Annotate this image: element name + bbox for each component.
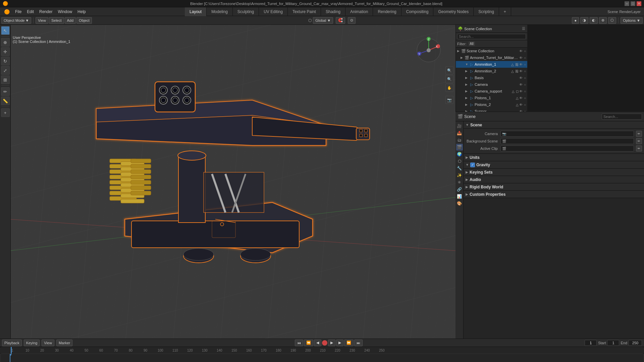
- section-header-keying-sets[interactable]: ▶ Keying Sets: [464, 169, 644, 176]
- tool-measure[interactable]: 📏: [1, 97, 10, 105]
- props-search-input[interactable]: [602, 114, 642, 120]
- view-btn[interactable]: View: [42, 340, 54, 346]
- menubar-blender[interactable]: 🟠: [1, 8, 12, 15]
- outliner-search-input[interactable]: [457, 34, 526, 39]
- next-keyframe-btn[interactable]: ⏩: [344, 340, 354, 346]
- restrict-suppor[interactable]: ○: [524, 110, 526, 112]
- prop-icon-constraints[interactable]: 🔗: [456, 186, 463, 193]
- outliner-row-camera[interactable]: ▶ ▷ Camera 👁 ○: [456, 81, 527, 88]
- scene-canvas[interactable]: [11, 25, 455, 339]
- keying-btn[interactable]: Keying: [24, 340, 40, 346]
- prop-icon-material[interactable]: 🎨: [456, 200, 463, 207]
- outliner-row-camera-support[interactable]: ▶ ▷ Camera_support △ ◻ 👁 ○: [456, 88, 527, 95]
- prop-icon-scene-render[interactable]: 🎥: [456, 123, 463, 129]
- eye-icon-pist2[interactable]: 👁: [519, 103, 523, 107]
- options-btn[interactable]: Options ▼: [621, 17, 643, 24]
- zoom-in-btn[interactable]: 🔍: [445, 66, 453, 74]
- shading-mat-btn[interactable]: ◑: [580, 17, 588, 24]
- filter-all[interactable]: All: [469, 42, 475, 46]
- select-menu[interactable]: Select: [49, 17, 64, 24]
- playback-btn[interactable]: Playback: [2, 340, 22, 346]
- prev-keyframe-btn[interactable]: ⏪: [304, 340, 313, 346]
- menubar-help[interactable]: Help: [75, 9, 89, 15]
- camera-edit-btn[interactable]: ✏: [636, 131, 642, 137]
- play-btn[interactable]: ▶: [328, 340, 335, 346]
- workspace-compositing[interactable]: Compositing: [401, 7, 434, 16]
- workspace-sculpting[interactable]: Sculpting: [233, 7, 259, 16]
- workspace-modeling[interactable]: Modeling: [207, 7, 233, 16]
- section-header-rigid-body[interactable]: ▶ Rigid Body World: [464, 183, 644, 191]
- bg-scene-value[interactable]: 🎬: [500, 138, 634, 144]
- add-menu[interactable]: Add: [65, 17, 76, 24]
- eye-icon-cam[interactable]: 👁: [519, 83, 523, 86]
- workspace-add[interactable]: +: [499, 7, 511, 16]
- prop-icon-modifier[interactable]: 🔧: [456, 165, 463, 172]
- active-clip-edit-btn[interactable]: ✏: [636, 145, 642, 152]
- restrict-icon[interactable]: ○: [524, 49, 526, 53]
- zoom-out-btn[interactable]: 🔍: [445, 75, 453, 83]
- xray-btn[interactable]: ⬡: [608, 17, 616, 24]
- bg-scene-edit-btn[interactable]: ✏: [636, 138, 642, 144]
- prop-icon-particles[interactable]: ✨: [456, 172, 463, 179]
- eye-icon-amm2[interactable]: 👁: [519, 69, 523, 73]
- eye-icon-camsup[interactable]: 👁: [519, 89, 523, 93]
- camera-value[interactable]: 📷: [500, 131, 634, 137]
- restrict-amm1[interactable]: ○: [524, 63, 526, 66]
- workspace-geometry-nodes[interactable]: Geometry Nodes: [433, 7, 474, 16]
- prop-icon-scene[interactable]: 🎬: [456, 144, 463, 150]
- workspace-shading[interactable]: Shading: [321, 7, 345, 16]
- menubar-window[interactable]: Window: [55, 9, 75, 15]
- workspace-rendering[interactable]: Rendering: [373, 7, 401, 16]
- tool-annotate[interactable]: ✏: [1, 87, 10, 96]
- overlay-btn[interactable]: ⊛: [599, 17, 607, 24]
- outliner-row-scene-collection[interactable]: ▶ 🎬 Scene Collection 👁 ○: [456, 48, 527, 54]
- eye-icon-amm1[interactable]: 👁: [519, 63, 523, 66]
- minimize-button[interactable]: –: [625, 1, 629, 6]
- tool-transform[interactable]: ⊞: [1, 75, 10, 84]
- restrict-basis[interactable]: ○: [524, 76, 526, 80]
- outliner-row-pistons1[interactable]: ▶ ▷ Pistons_1 △ 👁 ○: [456, 95, 527, 101]
- end-frame-input[interactable]: 250: [629, 340, 642, 346]
- outliner-row-ammnition-1[interactable]: ▼ ▷ Ammnition_1 △ ⛓ 👁 ○: [456, 61, 527, 68]
- global-dropdown[interactable]: Global ▼: [313, 17, 333, 24]
- eye-icon-pist1[interactable]: 👁: [519, 96, 523, 100]
- eye-icon-suppor[interactable]: 👁: [519, 110, 523, 112]
- prop-icon-output[interactable]: 📤: [456, 130, 463, 136]
- prop-icon-object[interactable]: ⬡: [456, 158, 463, 165]
- outliner-options[interactable]: ☰: [522, 26, 525, 31]
- workspace-layout[interactable]: Layout: [185, 7, 207, 16]
- next-frame-btn[interactable]: ▶: [336, 340, 343, 346]
- workspace-scripting[interactable]: Scripting: [474, 7, 499, 16]
- restrict-pist1[interactable]: ○: [524, 96, 526, 100]
- section-header-custom-props[interactable]: ▶ Custom Properties: [464, 191, 644, 198]
- object-menu[interactable]: Object: [76, 17, 92, 24]
- play-end-btn[interactable]: ⏭: [354, 340, 363, 346]
- workspace-animation[interactable]: Animation: [345, 7, 373, 16]
- outliner-row-ammnition-2[interactable]: ▶ ▷ Ammnition_2 △ ⛓ 👁 ○: [456, 68, 527, 74]
- prop-icon-data[interactable]: 📊: [456, 193, 463, 200]
- section-header-gravity[interactable]: ▼ ✓ Gravity: [464, 161, 644, 169]
- restrict-camsup[interactable]: ○: [524, 89, 526, 93]
- object-mode-dropdown[interactable]: Object Mode ▼: [1, 17, 31, 24]
- prop-icon-world[interactable]: 🌍: [456, 151, 463, 158]
- tool-select[interactable]: ↖: [1, 26, 10, 35]
- tool-scale[interactable]: ⤢: [1, 66, 10, 75]
- prop-icon-view-layer[interactable]: 🗂: [456, 137, 463, 143]
- section-header-units[interactable]: ▶ Units: [464, 154, 644, 161]
- eye-icon-basis[interactable]: 👁: [519, 76, 523, 80]
- eye-icon[interactable]: 👁: [519, 49, 523, 53]
- camera-view-btn[interactable]: 📷: [445, 96, 453, 104]
- pan-btn[interactable]: ✋: [445, 84, 453, 92]
- outliner-row-armored-turret[interactable]: ▶ 🎬 Armored_Turret_for_Military_Ground_C…: [456, 54, 527, 61]
- view-menu[interactable]: View: [36, 17, 48, 24]
- viewport[interactable]: User Perspective (1) Scene Collection | …: [11, 25, 455, 339]
- restrict-icon-2[interactable]: ○: [524, 56, 526, 60]
- prop-icon-physics[interactable]: ⚛: [456, 179, 463, 186]
- tool-move[interactable]: ✛: [1, 47, 10, 56]
- shading-solid-btn[interactable]: ●: [572, 17, 579, 24]
- outliner-row-suppor[interactable]: ▶ ▷ Suppor 👁 ○: [456, 108, 527, 112]
- navigation-gizmo[interactable]: X Y Z: [415, 37, 442, 64]
- outliner-row-basis[interactable]: ▶ ▷ Basis 👁 ○: [456, 74, 527, 81]
- section-header-scene[interactable]: ▼ Scene: [464, 121, 644, 129]
- gravity-checkbox[interactable]: ✓: [470, 163, 475, 167]
